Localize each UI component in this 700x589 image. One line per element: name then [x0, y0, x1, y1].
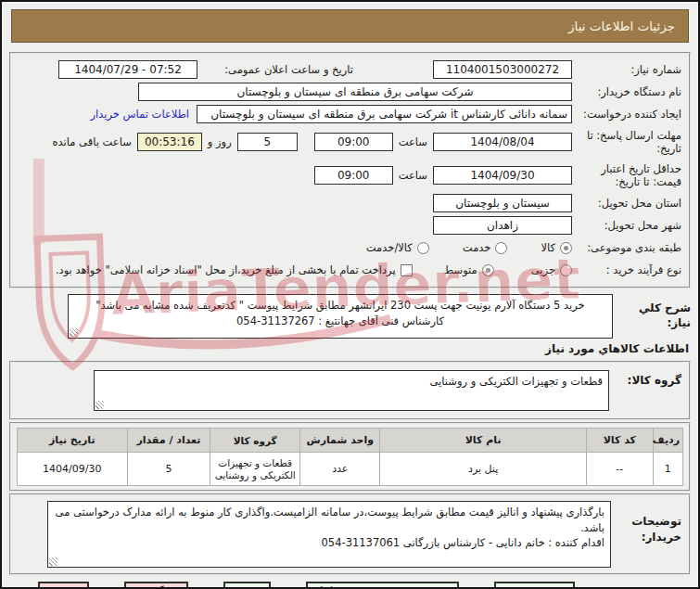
header-unit: واحد شمارش [300, 429, 380, 453]
need-number-label: شماره نیاز: [572, 63, 681, 76]
announce-label: تاریخ و ساعت اعلان عمومی: [197, 63, 353, 76]
description-line1: خرید 5 دستگاه آلارم یونیت جهت پست 230 ای… [74, 298, 606, 314]
remaining-days-label: روز و [208, 135, 232, 148]
cell-item-name: پنل برد [380, 453, 587, 486]
validity-time-field[interactable]: 09:00 [314, 166, 393, 185]
cell-quantity: 5 [127, 453, 210, 486]
buyer-notes-textarea[interactable]: بارگذاری پیشنهاد و انالیز قیمت مطابق شرا… [47, 501, 611, 568]
treasury-checkbox-label: پرداخت تمام یا بخشی از مبلغ خرید،از محل … [56, 263, 396, 276]
main-content: شماره نیاز: 1104001503000272 تاریخ و ساع… [9, 52, 691, 589]
cell-group: قطعات و تجهیزات الکتریکی و روشنایی [210, 453, 300, 486]
cell-unit: عدد [300, 453, 380, 486]
process-type-label: نوع فرآیند خرید : [572, 263, 681, 276]
buyer-org-row: نام دستگاه خریدار: شرکت سهامی برق منطقه … [19, 83, 681, 101]
remaining-days-field: 5 [237, 133, 298, 151]
table-row: 1 -- پنل برد عدد قطعات و تجهیزات الکتریک… [18, 453, 683, 486]
treasury-checkbox-option[interactable]: پرداخت تمام یا بخشی از مبلغ خرید،از محل … [56, 263, 413, 276]
exit-button[interactable]: خروج [38, 582, 90, 589]
radio-icon-goods-service[interactable] [417, 242, 429, 254]
description-section: شرح کلي نياز: خرید 5 دستگاه آلارم یونیت … [9, 294, 691, 339]
city-field[interactable]: زاهدان [433, 216, 572, 235]
remaining-hours-label: ساعت باقی مانده [53, 135, 132, 148]
radio-option-goods-service[interactable]: کالا/خدمت [366, 241, 429, 254]
need-info-panel: شماره نیاز: 1104001503000272 تاریخ و ساع… [9, 52, 691, 288]
radio-icon-service[interactable] [495, 242, 507, 254]
header-item-code: کد کالا [586, 429, 653, 453]
classification-label: طبقه بندی موضوعی: [572, 241, 681, 254]
treasury-checkbox-icon[interactable] [401, 264, 413, 276]
respond-to-need-button[interactable]: پاسخ به نیاز [494, 582, 575, 589]
deadline-row: مهلت ارسال پاسخ: تا تاریخ: 1404/08/04 سا… [19, 127, 681, 157]
province-row: استان محل تحویل: سیستان و بلوچستان [19, 194, 681, 212]
buyer-org-field[interactable]: شرکت سهامی برق منطقه ای سیستان و بلوچستا… [138, 83, 572, 101]
header-group: گروه کالا [210, 429, 300, 453]
province-field[interactable]: سیستان و بلوچستان [433, 194, 572, 212]
buyer-notes-line1: بارگذاری پیشنهاد و انالیز قیمت مطابق شرا… [54, 505, 605, 535]
province-label: استان محل تحویل: [572, 197, 681, 210]
cell-item-code: -- [586, 453, 653, 486]
need-number-row: شماره نیاز: 1104001503000272 تاریخ و ساع… [19, 60, 681, 79]
view-attachments-button[interactable]: مشاهده مدارک پیوستي (2) [306, 582, 460, 589]
header-need-date: تاریخ نیاز [18, 429, 128, 453]
creator-field[interactable]: سمانه دانائی کارشناس it شرکت سهامی برق م… [197, 105, 572, 123]
print-button[interactable]: چاپ [223, 582, 270, 589]
action-buttons-row: پاسخ به نیاز مشاهده مدارک پیوستي (2) چاپ… [9, 582, 575, 589]
header-row-number: ردیف [653, 429, 682, 453]
buyer-contact-link[interactable]: اطلاعات تماس خریدار [90, 108, 189, 121]
radio-option-partial[interactable]: جزیی [531, 263, 572, 276]
goods-table-panel: ردیف کد کالا نام کالا واحد شمارش گروه کا… [9, 422, 691, 492]
announce-field[interactable]: 1404/07/29 - 07:52 [58, 60, 197, 79]
description-textarea[interactable]: خرید 5 دستگاه آلارم یونیت جهت پست 230 ای… [68, 294, 613, 339]
validity-time-label: ساعت [399, 169, 427, 182]
creator-label: ایجاد کننده درخواست: [572, 108, 681, 121]
city-label: شهر محل تحویل: [572, 219, 681, 232]
buyer-notes-label: توضیحات خریدار: [611, 501, 681, 545]
radio-option-medium[interactable]: متوسط [444, 263, 494, 276]
deadline-date-field[interactable]: 1404/08/04 [433, 133, 572, 151]
buyer-notes-panel: توضیحات خریدار: بارگذاری پیشنهاد و انالی… [9, 493, 691, 575]
table-header-row: ردیف کد کالا نام کالا واحد شمارش گروه کا… [18, 429, 683, 453]
creator-row: ایجاد کننده درخواست: سمانه دانائی کارشنا… [19, 105, 681, 123]
validity-label: حداقل تاریخ اعتبار قیمت: تا تاریخ: [572, 162, 681, 189]
description-label: شرح کلي نياز: [613, 294, 691, 330]
process-type-row: نوع فرآیند خرید : جزیی متوسط پرداخت تمام… [19, 261, 681, 279]
classification-row: طبقه بندی موضوعی: کالا خدمت کالا/خدمت [19, 238, 681, 257]
need-number-field[interactable]: 1104001503000272 [433, 60, 572, 79]
description-line2: کارشناس فنی آقای جهانتیغ : 31137267-054 [74, 314, 606, 329]
buyer-org-label: نام دستگاه خریدار: [572, 85, 681, 98]
goods-group-field[interactable]: قطعات و تجهیزات الکتریکی و روشنایی [94, 370, 609, 411]
radio-option-goods[interactable]: کالا [541, 241, 572, 254]
city-row: شهر محل تحویل: زاهدان [19, 216, 681, 235]
radio-option-service[interactable]: خدمت [463, 241, 508, 254]
goods-table: ردیف کد کالا نام کالا واحد شمارش گروه کا… [17, 428, 683, 486]
resize-grip-icon[interactable] [70, 328, 78, 337]
remaining-hours-field: 00:53:16 [137, 133, 202, 151]
header-item-name: نام کالا [380, 429, 587, 453]
header-quantity: تعداد / مقدار [127, 429, 210, 453]
goods-group-panel: گروه کالا: قطعات و تجهیزات الکتریکی و رو… [9, 361, 691, 420]
validity-row: حداقل تاریخ اعتبار قیمت: تا تاریخ: 1404/… [19, 160, 681, 190]
page-title: جزئیات اطلاعات نیاز [11, 9, 689, 43]
resize-grip-icon[interactable] [49, 557, 57, 566]
deadline-time-label: ساعت [399, 135, 427, 148]
radio-icon-partial[interactable] [560, 264, 572, 276]
back-button[interactable]: بازگشت [124, 582, 188, 589]
radio-icon-goods[interactable] [560, 242, 572, 254]
resize-grip-icon[interactable] [95, 401, 104, 409]
cell-need-date: 1404/09/30 [18, 453, 128, 486]
radio-icon-medium[interactable] [482, 264, 494, 276]
cell-row-number: 1 [653, 453, 682, 486]
goods-section-title: اطلاعات کالاهاي مورد نياز [9, 342, 689, 355]
buyer-notes-line2: اقدام کننده : خانم دانایی - کارشناس بازر… [54, 535, 605, 551]
need-details-page: جزئیات اطلاعات نیاز شماره نیاز: 11040015… [0, 0, 700, 589]
deadline-time-field[interactable]: 09:00 [314, 133, 393, 151]
goods-group-label: گروه کالا: [609, 370, 681, 387]
validity-date-field[interactable]: 1404/09/30 [433, 166, 572, 185]
deadline-label: مهلت ارسال پاسخ: تا تاریخ: [572, 129, 681, 156]
